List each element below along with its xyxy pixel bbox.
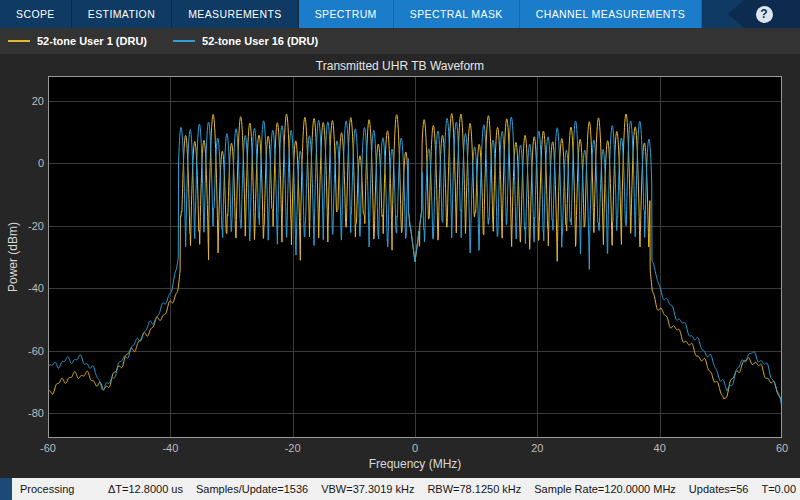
x-tick-label: -60	[40, 442, 56, 454]
legend-label: 52-tone User 1 (DRU)	[37, 35, 147, 47]
status-metric: Sample Rate=120.0000 MHz	[534, 483, 676, 495]
status-metric: Updates=56	[689, 483, 749, 495]
spectrum-analyzer-window: SCOPEESTIMATIONMEASUREMENTSSPECTRUMSPECT…	[0, 0, 800, 500]
legend-item[interactable]: 52-tone User 16 (DRU)	[173, 35, 318, 47]
help-icon[interactable]: ?	[756, 6, 773, 23]
x-tick-label: 60	[776, 442, 788, 454]
y-tick-label: -40	[2, 282, 44, 294]
x-axis-label: Frequency (MHz)	[48, 457, 782, 471]
legend-line-swatch	[173, 40, 195, 42]
status-metrics: ΔT=12.8000 usSamples/Update=1536VBW=37.3…	[108, 483, 796, 495]
status-bar: Processing ΔT=12.8000 usSamples/Update=1…	[0, 478, 800, 500]
y-tick-label: 20	[2, 95, 44, 107]
toolstrip: SCOPEESTIMATIONMEASUREMENTSSPECTRUMSPECT…	[0, 0, 800, 28]
status-metric: ΔT=12.8000 us	[108, 483, 183, 495]
legend-label: 52-tone User 16 (DRU)	[202, 35, 318, 47]
tab-spectral-mask[interactable]: SPECTRAL MASK	[394, 0, 520, 28]
y-tick-label: 0	[2, 157, 44, 169]
y-tick-label: -20	[2, 220, 44, 232]
x-tick-label: 20	[531, 442, 543, 454]
tab-container: SCOPEESTIMATIONMEASUREMENTSSPECTRUMSPECT…	[0, 0, 702, 28]
y-tick-label: -80	[2, 407, 44, 419]
toolbar-spacer	[702, 0, 728, 28]
help-ribbon: ?	[728, 0, 800, 28]
x-tick-label: 40	[654, 442, 666, 454]
y-tick-label: -60	[2, 345, 44, 357]
x-tick-label: -40	[162, 442, 178, 454]
spectrum-canvas[interactable]	[48, 76, 782, 438]
tab-estimation[interactable]: ESTIMATION	[72, 0, 172, 28]
plot-panel: Transmitted UHR TB Waveform Frequency (M…	[0, 54, 800, 478]
x-tick-label: 0	[412, 442, 418, 454]
status-metric: RBW=78.1250 kHz	[427, 483, 521, 495]
legend-bar: 52-tone User 1 (DRU)52-tone User 16 (DRU…	[0, 28, 800, 54]
tab-scope[interactable]: SCOPE	[0, 0, 72, 28]
tab-channel-measurements[interactable]: CHANNEL MEASUREMENTS	[520, 0, 702, 28]
chart-title: Transmitted UHR TB Waveform	[0, 59, 800, 73]
status-state: Processing	[12, 483, 108, 495]
tab-measurements[interactable]: MEASUREMENTS	[172, 0, 298, 28]
status-metric: T=0.00	[761, 483, 796, 495]
x-tick-label: -20	[285, 442, 301, 454]
legend-line-swatch	[8, 40, 30, 42]
axes-area	[48, 76, 782, 438]
tab-spectrum[interactable]: SPECTRUM	[299, 0, 394, 28]
status-grip	[0, 478, 12, 500]
status-metric: Samples/Update=1536	[196, 483, 308, 495]
legend-item[interactable]: 52-tone User 1 (DRU)	[8, 35, 147, 47]
status-metric: VBW=37.3019 kHz	[321, 483, 414, 495]
